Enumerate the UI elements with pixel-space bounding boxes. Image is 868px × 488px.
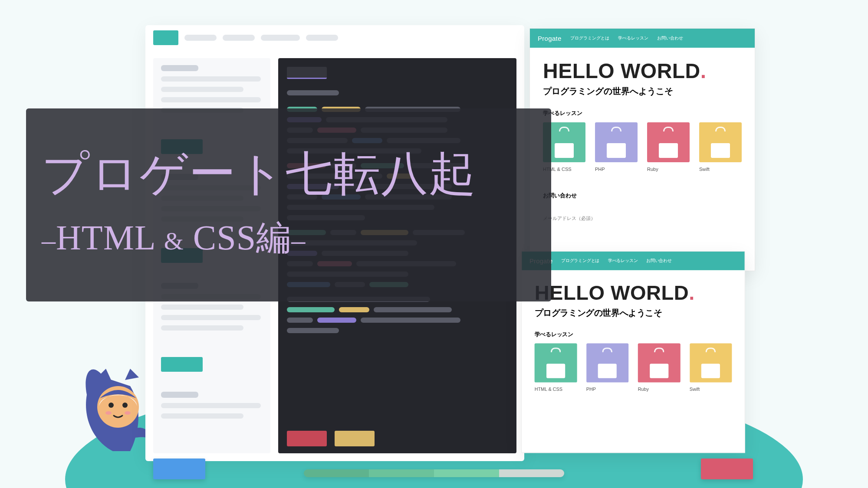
- lesson-ruby-icon: [647, 122, 690, 162]
- editor-active-tab[interactable]: [153, 30, 178, 45]
- code-file-tab[interactable]: [287, 67, 327, 79]
- svg-point-1: [108, 403, 114, 408]
- nav-link[interactable]: お問い合わせ: [657, 35, 683, 41]
- svg-point-4: [125, 411, 131, 415]
- bottom-red-button[interactable]: [701, 459, 753, 479]
- editor-tab[interactable]: [184, 35, 217, 41]
- preview-contact-field: メールアドレス（必須）: [543, 215, 742, 222]
- preview-window-bottom: Progate プログラミングとは 学べるレッスン お問い合わせ HELLO W…: [521, 251, 745, 453]
- lesson-php-icon: [595, 122, 638, 162]
- lesson-card[interactable]: PHP: [595, 122, 638, 172]
- preview-title: HELLO WORLD.: [543, 59, 742, 83]
- progress-bar: [304, 469, 564, 477]
- lesson-card[interactable]: Swift: [699, 122, 742, 172]
- title-overlay: プロゲート七転八起 –HTML & CSS編–: [26, 108, 551, 301]
- preview-nav: Progate プログラミングとは 学べるレッスン お問い合わせ: [530, 29, 755, 48]
- title-line2: –HTML & CSS編–: [42, 215, 551, 262]
- editor-tab[interactable]: [306, 35, 338, 41]
- editor-action-button[interactable]: [335, 431, 375, 446]
- title-line1: プロゲート七転八起: [42, 148, 551, 200]
- preview-logo: Progate: [538, 35, 562, 42]
- nav-link[interactable]: 学べるレッスン: [618, 35, 648, 41]
- svg-point-2: [122, 403, 128, 408]
- preview-window-top: Progate プログラミングとは 学べるレッスン お問い合わせ HELLO W…: [529, 28, 755, 271]
- lesson-swift-icon: [699, 122, 742, 162]
- preview-section-heading: 学べるレッスン: [543, 109, 742, 117]
- editor-tab[interactable]: [223, 35, 255, 41]
- preview-subtitle: プログラミングの世界へようこそ: [543, 85, 742, 97]
- editor-action-button[interactable]: [287, 431, 327, 446]
- svg-point-3: [105, 411, 112, 415]
- sidebar-action[interactable]: [161, 357, 203, 372]
- editor-tab[interactable]: [261, 35, 300, 41]
- lesson-card[interactable]: Ruby: [647, 122, 690, 172]
- preview-contact-heading: お問い合わせ: [543, 192, 742, 200]
- nav-link[interactable]: プログラミングとは: [570, 35, 609, 41]
- bottom-blue-button[interactable]: [153, 459, 205, 479]
- editor-topbar: [145, 25, 524, 50]
